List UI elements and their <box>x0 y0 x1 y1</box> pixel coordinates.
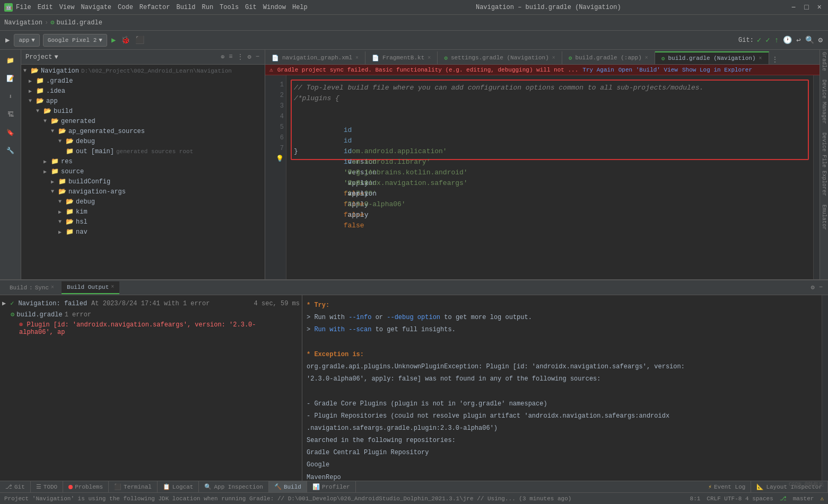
tab-fragmentb-close[interactable]: × <box>428 55 431 61</box>
nav-tab-inspection[interactable]: 🔍 App Inspection <box>199 481 268 493</box>
bottom-hide-icon[interactable]: − <box>818 282 824 293</box>
tree-gradle[interactable]: ▶ 📁 .gradle <box>21 76 265 86</box>
tree-generated[interactable]: ▼ 📂 generated <box>21 116 265 126</box>
tree-build[interactable]: ▼ 📂 build <box>21 106 265 116</box>
build-output-tab[interactable]: Build Output × <box>62 281 119 294</box>
try-again-link[interactable]: Try Again <box>582 67 614 73</box>
minimize-button[interactable]: − <box>789 3 798 12</box>
error-item-entry[interactable]: ⊗ Plugin [id: 'androidx.navigation.safea… <box>2 320 300 337</box>
nav-tab-logcat[interactable]: 📋 Logcat <box>158 481 199 493</box>
code-content[interactable]: // Top-level build file where you can ad… <box>286 75 813 279</box>
search-icon[interactable]: 🔍 <box>804 34 815 46</box>
git-check2-icon[interactable]: ✓ <box>764 34 771 46</box>
nav-tab-todo[interactable]: ☰ TODO <box>31 481 63 493</box>
scope-icon[interactable]: ⊕ <box>220 52 225 62</box>
tab-nav-graph-close[interactable]: × <box>355 55 359 61</box>
run-button[interactable]: ▶ <box>4 34 11 46</box>
pull-requests-icon[interactable]: ⬇ <box>2 88 19 105</box>
breadcrumb-file[interactable]: build.gradle <box>56 19 102 26</box>
close-button[interactable]: × <box>815 3 824 12</box>
menu-run[interactable]: Run <box>202 4 213 11</box>
tab-overflow-icon[interactable]: ⋮ <box>771 55 779 64</box>
settings-icon[interactable]: ⚙ <box>817 34 824 46</box>
nav-tab-terminal[interactable]: ⬛ Terminal <box>109 481 158 493</box>
status-branch[interactable]: master <box>793 496 814 502</box>
build-sync-close[interactable]: × <box>51 285 54 290</box>
tab-build-app[interactable]: ⚙ build.gradle (:app) × <box>562 51 655 64</box>
hide-icon[interactable]: − <box>255 52 260 62</box>
error-file-entry[interactable]: ⚙ build.gradle 1 error <box>2 310 300 320</box>
git-history-icon[interactable]: 🕐 <box>782 34 793 46</box>
bottom-settings-icon[interactable]: ⚙ <box>810 282 816 293</box>
nav-tab-git[interactable]: ⎇ Git <box>0 481 31 493</box>
status-position[interactable]: 8:1 <box>690 496 701 502</box>
menu-navigate[interactable]: Navigate <box>81 4 111 11</box>
build-scrollbar[interactable] <box>822 295 828 481</box>
git-check-icon[interactable]: ✓ <box>756 34 762 46</box>
dots-icon[interactable]: ⋮ <box>236 52 245 62</box>
panel-dropdown-icon[interactable]: ▼ <box>54 54 58 61</box>
debug-icon[interactable]: 🐞 <box>120 34 131 46</box>
build-sync-tab[interactable]: Build: Sync × <box>4 281 59 294</box>
tree-nav-args[interactable]: ▼ 📂 navigation-args <box>21 187 265 197</box>
nav-tab-problems[interactable]: Problems <box>63 481 109 493</box>
tree-out[interactable]: 📁 out [main] generated sources root <box>21 146 265 156</box>
tree-debug[interactable]: ▼ 📂 debug <box>21 136 265 146</box>
emulator-side-tab[interactable]: Emulator <box>819 202 828 232</box>
tab-build-app-close[interactable]: × <box>645 55 648 61</box>
run-info-link[interactable]: --info <box>348 314 371 321</box>
bookmarks-icon[interactable]: 🔖 <box>2 124 19 141</box>
stop-icon[interactable]: ⬛ <box>134 34 145 46</box>
tree-app[interactable]: ▼ 📂 app <box>21 96 265 106</box>
menu-view[interactable]: View <box>59 4 75 11</box>
tree-source[interactable]: ▶ 📁 source <box>21 166 265 176</box>
tree-nav[interactable]: ▶ 📁 nav <box>21 227 265 237</box>
menu-tools[interactable]: Tools <box>220 4 239 11</box>
commit-icon[interactable]: 📝 <box>2 70 19 87</box>
menu-edit[interactable]: Edit <box>38 4 53 11</box>
device-manager-side-tab[interactable]: Device Manager <box>819 77 828 126</box>
tree-hsl[interactable]: ▼ 📂 hsl <box>21 217 265 227</box>
menu-git[interactable]: Git <box>245 4 257 11</box>
tab-settings[interactable]: ⚙ settings.gradle (Navigation) × <box>438 51 562 64</box>
tab-settings-close[interactable]: × <box>552 55 555 61</box>
menu-build[interactable]: Build <box>176 4 195 11</box>
tree-root[interactable]: ▼ 📂 Navigation D:\002_Project\002_Androi… <box>21 66 265 76</box>
gear-icon[interactable]: ⚙ <box>247 52 252 62</box>
menu-help[interactable]: Help <box>292 4 308 11</box>
run-scan-link[interactable]: Run with --scan <box>314 326 371 333</box>
tab-build-nav[interactable]: ⚙ build.gradle (Navigation) × <box>655 51 769 64</box>
tree-ap-generated[interactable]: ▼ 📂 ap_generated_sources <box>21 126 265 136</box>
tree-idea[interactable]: ▶ 📁 .idea <box>21 86 265 96</box>
device-explorer-side-tab[interactable]: Device File Explorer <box>819 130 828 198</box>
tab-fragmentb[interactable]: 📄 FragmentB.kt × <box>365 51 438 64</box>
project-icon[interactable]: 📁 <box>2 52 19 69</box>
gradle-side-tab[interactable]: Gradle <box>819 50 828 73</box>
menu-file[interactable]: File <box>16 4 31 11</box>
open-build-view-link[interactable]: Open 'Build' View <box>618 67 678 73</box>
build-variants-icon[interactable]: 🔧 <box>2 142 19 159</box>
build-output-close[interactable]: × <box>111 284 114 290</box>
tab-nav-graph[interactable]: 📄 navigation_graph.xml × <box>265 51 365 64</box>
collapse-all-icon[interactable]: ≡ <box>228 52 233 62</box>
show-log-link[interactable]: Show Log in Explorer <box>682 67 752 73</box>
nav-tab-profiler[interactable]: 📊 Profiler <box>307 481 356 493</box>
menu-refactor[interactable]: Refactor <box>140 4 170 11</box>
build-nav-entry[interactable]: ▶ ✓ Navigation: failed At 2023/8/24 17:4… <box>2 297 300 310</box>
menu-code[interactable]: Code <box>118 4 133 11</box>
menu-window[interactable]: Window <box>263 4 286 11</box>
maximize-button[interactable]: □ <box>802 3 810 12</box>
tab-build-nav-close[interactable]: × <box>759 56 762 61</box>
play-icon[interactable]: ▶ <box>110 34 117 46</box>
device-selector[interactable]: Google Pixel 2 ▼ <box>43 34 107 47</box>
tree-kim[interactable]: ▶ 📁 kim <box>21 207 265 217</box>
tree-buildconfig[interactable]: ▶ 📁 buildConfig <box>21 176 265 187</box>
app-selector[interactable]: app ▼ <box>14 34 39 47</box>
debug-link[interactable]: --debug option <box>387 314 440 321</box>
status-encoding[interactable]: CRLF UTF-8 4 spaces <box>707 496 773 502</box>
tree-debug2[interactable]: ▼ 📂 debug <box>21 197 265 207</box>
nav-tab-build[interactable]: 🔨 Build <box>269 481 307 493</box>
tree-res[interactable]: ▶ 📁 res <box>21 156 265 166</box>
breadcrumb-navigation[interactable]: Navigation <box>4 19 42 26</box>
structure-icon[interactable]: 🏗 <box>2 106 19 123</box>
